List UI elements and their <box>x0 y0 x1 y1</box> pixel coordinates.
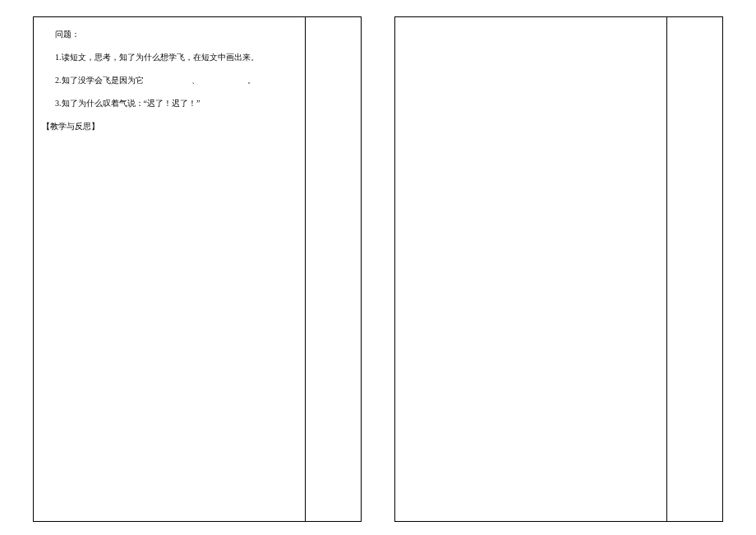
page-right-divider <box>666 17 667 521</box>
question-2-prefix: 2.知了没学会飞是因为它 <box>55 76 144 85</box>
page-right <box>394 16 723 522</box>
page-left: 问题： 1.读短文，思考，知了为什么想学飞，在短文中画出来。 2.知了没学会飞是… <box>33 16 362 522</box>
questions-heading: 问题： <box>55 29 292 40</box>
question-1: 1.读短文，思考，知了为什么想学飞，在短文中画出来。 <box>55 52 292 63</box>
question-3: 3.知了为什么叹着气说：“迟了！迟了！” <box>55 98 292 109</box>
question-2-sep-1: 、 <box>191 76 200 85</box>
left-content: 问题： 1.读短文，思考，知了为什么想学飞，在短文中画出来。 2.知了没学会飞是… <box>34 17 305 132</box>
question-2-sep-2: 。 <box>247 76 256 85</box>
section-heading: 【教学与反思】 <box>42 121 292 132</box>
question-2: 2.知了没学会飞是因为它、。 <box>55 75 292 86</box>
page-left-divider <box>305 17 306 521</box>
